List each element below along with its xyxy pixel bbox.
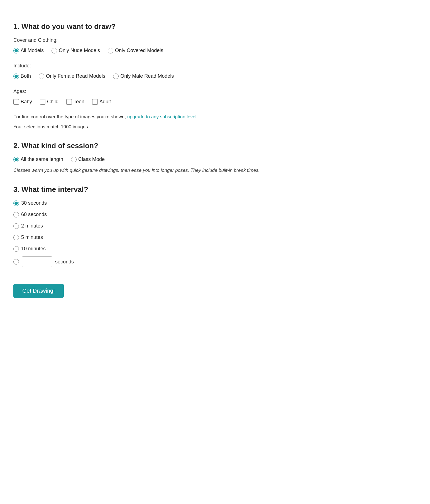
upgrade-link[interactable]: upgrade to any subscription level. — [127, 114, 198, 119]
age-label-teen: Teen — [74, 98, 84, 106]
custom-seconds-label: seconds — [55, 258, 74, 266]
ages-checkbox-group: Baby Child Teen Adult — [13, 98, 265, 106]
time-label-30sec: 30 seconds — [21, 199, 47, 207]
time-radio-custom[interactable] — [13, 259, 19, 265]
ages-section: Ages: Baby Child Teen Adult — [13, 88, 265, 106]
section1-title: 1. What do you want to draw? — [13, 21, 265, 32]
session-radio-group: All the same length Class Mode — [13, 156, 265, 163]
match-text: Your selections match 1900 images. — [13, 123, 265, 131]
age-checkbox-teen[interactable] — [66, 99, 72, 105]
ages-label: Ages: — [13, 88, 265, 95]
class-description: Classes warm you up with quick gesture d… — [13, 167, 265, 174]
time-label-10min: 10 minutes — [21, 245, 46, 253]
custom-seconds-row: seconds — [13, 256, 265, 267]
time-option-5min[interactable]: 5 minutes — [13, 234, 265, 241]
age-option-teen[interactable]: Teen — [66, 98, 84, 106]
time-option-custom[interactable] — [13, 259, 19, 265]
include-option-female[interactable]: Only Female Read Models — [39, 72, 105, 80]
include-label-male: Only Male Read Models — [120, 72, 174, 80]
include-option-male[interactable]: Only Male Read Models — [113, 72, 174, 80]
time-option-10min[interactable]: 10 minutes — [13, 245, 265, 253]
time-section: 30 seconds 60 seconds 2 minutes 5 minute… — [13, 199, 265, 267]
time-radio-2min[interactable] — [13, 223, 19, 229]
time-radio-10min[interactable] — [13, 246, 19, 252]
include-section: Include: Both Only Female Read Models On… — [13, 62, 265, 80]
section3-title: 3. What time interval? — [13, 184, 265, 195]
custom-seconds-input[interactable] — [22, 256, 52, 267]
time-label-2min: 2 minutes — [21, 222, 43, 230]
clothing-label-nude: Only Nude Models — [59, 47, 100, 54]
age-checkbox-adult[interactable] — [92, 99, 98, 105]
clothing-radio-nude[interactable] — [52, 48, 57, 53]
clothing-option-all[interactable]: All Models — [13, 47, 44, 54]
time-option-60sec[interactable]: 60 seconds — [13, 211, 265, 218]
age-option-child[interactable]: Child — [40, 98, 58, 106]
clothing-label-covered: Only Covered Models — [115, 47, 163, 54]
clothing-radio-covered[interactable] — [108, 48, 113, 53]
session-radio-class[interactable] — [71, 157, 77, 162]
clothing-radio-group: All Models Only Nude Models Only Covered… — [13, 47, 265, 54]
time-option-30sec[interactable]: 30 seconds — [13, 199, 265, 207]
time-radio-60sec[interactable] — [13, 212, 19, 217]
session-option-same[interactable]: All the same length — [13, 156, 63, 163]
age-option-adult[interactable]: Adult — [92, 98, 111, 106]
clothing-label-all: All Models — [21, 47, 44, 54]
session-option-class[interactable]: Class Mode — [71, 156, 105, 163]
upgrade-text: For fine control over the type of images… — [13, 113, 265, 121]
session-label-same: All the same length — [21, 156, 63, 163]
time-radio-30sec[interactable] — [13, 200, 19, 206]
include-label: Include: — [13, 62, 265, 70]
clothing-label: Cover and Clothing: — [13, 36, 265, 44]
include-radio-both[interactable] — [13, 74, 19, 79]
session-label-class: Class Mode — [78, 156, 105, 163]
clothing-section: Cover and Clothing: All Models Only Nude… — [13, 36, 265, 54]
time-options-group: 30 seconds 60 seconds 2 minutes 5 minute… — [13, 199, 265, 267]
clothing-radio-all[interactable] — [13, 48, 19, 53]
time-option-2min[interactable]: 2 minutes — [13, 222, 265, 230]
include-label-both: Both — [21, 72, 31, 80]
session-radio-same[interactable] — [13, 157, 19, 162]
age-option-baby[interactable]: Baby — [13, 98, 32, 106]
include-radio-group: Both Only Female Read Models Only Male R… — [13, 72, 265, 80]
age-label-adult: Adult — [99, 98, 111, 106]
time-label-60sec: 60 seconds — [21, 211, 47, 218]
include-label-female: Only Female Read Models — [46, 72, 105, 80]
clothing-option-covered[interactable]: Only Covered Models — [108, 47, 163, 54]
age-checkbox-baby[interactable] — [13, 99, 19, 105]
time-radio-5min[interactable] — [13, 235, 19, 240]
upgrade-section: For fine control over the type of images… — [13, 113, 265, 130]
age-label-baby: Baby — [21, 98, 32, 106]
session-section: All the same length Class Mode Classes w… — [13, 156, 265, 174]
include-radio-male[interactable] — [113, 74, 119, 79]
age-checkbox-child[interactable] — [40, 99, 45, 105]
include-radio-female[interactable] — [39, 74, 44, 79]
clothing-option-nude[interactable]: Only Nude Models — [52, 47, 100, 54]
time-label-5min: 5 minutes — [21, 234, 43, 241]
get-drawing-button[interactable]: Get Drawing! — [13, 284, 64, 298]
include-option-both[interactable]: Both — [13, 72, 31, 80]
age-label-child: Child — [47, 98, 58, 106]
section2-title: 2. What kind of session? — [13, 140, 265, 151]
